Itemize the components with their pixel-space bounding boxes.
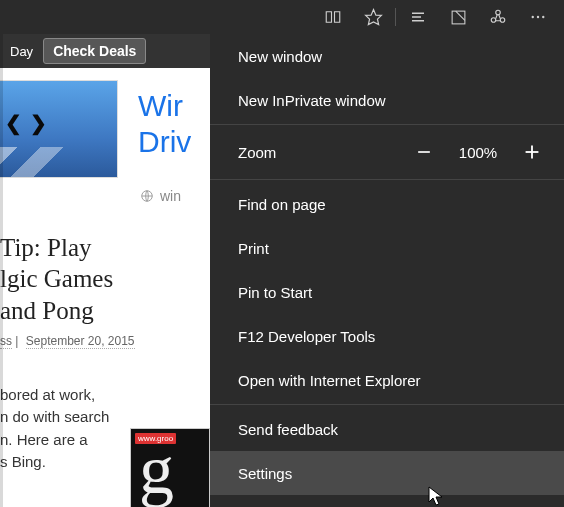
headline-line1: Wir [138,88,191,124]
svg-point-10 [542,16,544,18]
svg-point-5 [496,10,501,15]
menu-print[interactable]: Print [210,226,564,270]
menu-dev-tools[interactable]: F12 Developer Tools [210,314,564,358]
hub-icon[interactable] [398,0,438,34]
toolbar-divider [395,8,396,26]
svg-point-8 [532,16,534,18]
menu-pin-to-start[interactable]: Pin to Start [210,270,564,314]
zoom-value: 100% [456,144,500,161]
share-icon[interactable] [478,0,518,34]
side-thumbnail[interactable]: www.groo g [130,428,210,507]
side-thumbnail-glyph: g [139,435,174,505]
article-date[interactable]: September 20, 2015 [26,334,135,349]
more-icon[interactable] [518,0,558,34]
svg-point-6 [491,18,496,23]
menu-separator [210,179,564,180]
svg-point-9 [537,16,539,18]
zoom-controls: 100% [410,138,546,166]
menu-open-with-ie[interactable]: Open with Internet Explorer [210,358,564,402]
menu-separator [210,404,564,405]
menu-settings[interactable]: Settings [210,451,564,495]
chevron-right-icon[interactable]: ❯ [30,111,47,135]
carousel-arrows[interactable]: ❮ ❯ [5,111,47,135]
site-source-text: win [160,188,181,204]
thumbnail-decoration [0,147,117,177]
globe-icon [140,189,154,203]
zoom-out-button[interactable] [410,138,438,166]
menu-separator [210,124,564,125]
web-note-icon[interactable] [438,0,478,34]
svg-rect-4 [452,11,465,24]
chevron-left-icon[interactable]: ❮ [5,111,22,135]
headline-line2: Driv [138,124,191,160]
window-left-edge [0,34,3,507]
browser-toolbar [0,0,564,34]
favorite-star-icon[interactable] [353,0,393,34]
check-deals-button[interactable]: Check Deals [43,38,146,64]
menu-send-feedback[interactable]: Send feedback [210,407,564,451]
zoom-in-button[interactable] [518,138,546,166]
menu-find-on-page[interactable]: Find on page [210,182,564,226]
svg-point-7 [500,18,505,23]
article-excerpt: bored at work, n do with search n. Here … [0,384,140,474]
article-thumbnail[interactable]: ❮ ❯ [0,80,118,178]
reading-view-icon[interactable] [313,0,353,34]
menu-new-inprivate[interactable]: New InPrivate window [210,78,564,122]
zoom-label: Zoom [238,144,276,161]
headline-link[interactable]: Wir Driv [138,80,191,178]
menu-zoom-row: Zoom 100% [210,127,564,177]
svg-marker-0 [365,9,381,24]
banner-day-label: Day [10,44,33,59]
more-menu: New window New InPrivate window Zoom 100… [210,34,564,507]
menu-new-window[interactable]: New window [210,34,564,78]
